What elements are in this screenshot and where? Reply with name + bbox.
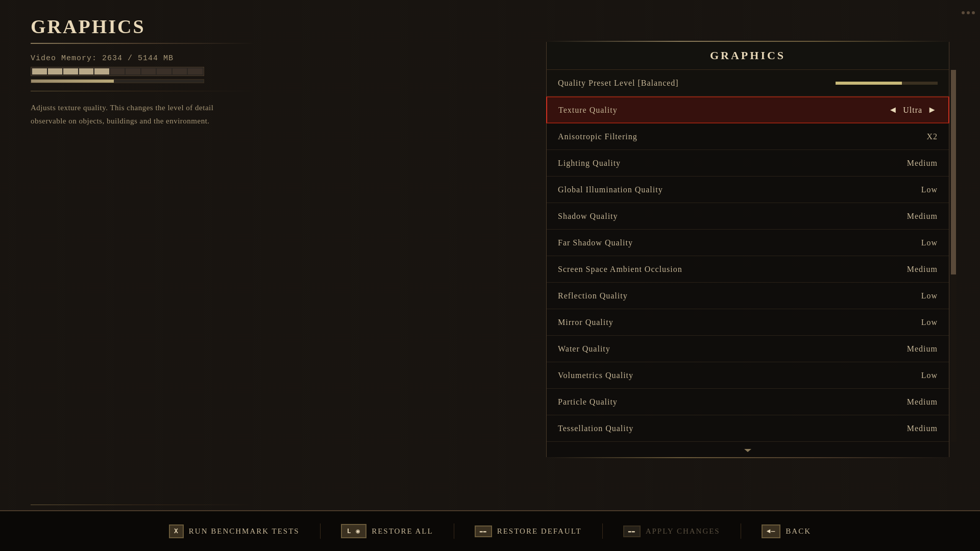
settings-list: Quality Preset Level [Balanced] Texture … <box>546 70 949 442</box>
scrollbar-thumb[interactable] <box>951 70 956 274</box>
title-divider <box>31 43 255 44</box>
memory-bar-track <box>31 79 204 83</box>
back-action[interactable]: ◄— Back <box>762 524 811 538</box>
setting-row-reflection[interactable]: Reflection Quality Low <box>547 283 949 309</box>
setting-name-ssao: Screen Space Ambient Occlusion <box>558 265 682 274</box>
separator-3 <box>602 523 603 539</box>
setting-row-far-shadow[interactable]: Far Shadow Quality Low <box>547 230 949 256</box>
restore-all-label: Restore All <box>372 527 433 536</box>
memory-segment-8 <box>141 68 156 74</box>
setting-row-ssao[interactable]: Screen Space Ambient Occlusion Medium <box>547 256 949 283</box>
setting-name-texture: Texture Quality <box>558 106 618 115</box>
separator-1 <box>320 523 321 539</box>
apply-changes-action[interactable]: ▬▬ Apply Changes <box>623 525 720 537</box>
setting-name-anisotropic: Anisotropic Filtering <box>558 132 638 141</box>
setting-name-particle: Particle Quality <box>558 397 618 407</box>
apply-changes-label: Apply Changes <box>646 527 720 536</box>
panel-title: Graphics <box>710 49 786 62</box>
restore-all-action[interactable]: L ◉ Restore All <box>341 524 433 538</box>
run-benchmark-action[interactable]: X Run Benchmark Tests <box>169 524 300 538</box>
key-back: ◄— <box>762 524 781 538</box>
right-panel: Graphics Quality Preset Level [Balanced]… <box>546 41 949 458</box>
memory-segment-1 <box>32 68 47 74</box>
restore-default-action[interactable]: ▬▬ Restore Default <box>475 525 582 537</box>
setting-name-far-shadow: Far Shadow Quality <box>558 238 633 247</box>
setting-row-preset[interactable]: Quality Preset Level [Balanced] <box>547 70 949 96</box>
back-label: Back <box>786 527 811 536</box>
setting-value-far-shadow: Low <box>921 238 938 247</box>
left-panel: Graphics Video Memory: 2634 / 5144 MB <box>31 15 296 128</box>
memory-segment-9 <box>157 68 172 74</box>
setting-name-lighting: Lighting Quality <box>558 159 621 168</box>
setting-value-reflection: Low <box>921 291 938 300</box>
setting-value-shadow: Medium <box>907 212 938 221</box>
setting-row-water[interactable]: Water Quality Medium <box>547 336 949 362</box>
memory-segment-11 <box>188 68 203 74</box>
setting-row-anisotropic[interactable]: Anisotropic Filtering X2 <box>547 123 949 150</box>
setting-name-preset: Quality Preset Level [Balanced] <box>558 79 679 88</box>
key-benchmark: X <box>169 524 184 538</box>
info-divider <box>31 91 255 91</box>
setting-name-water: Water Quality <box>558 344 610 354</box>
memory-bar-segments <box>31 67 204 76</box>
setting-row-shadow[interactable]: Shadow Quality Medium <box>547 203 949 230</box>
memory-bar-fill <box>31 80 114 83</box>
setting-row-tessellation[interactable]: Tessellation Quality Medium <box>547 415 949 442</box>
setting-value-tessellation: Medium <box>907 424 938 433</box>
memory-segment-4 <box>79 68 94 74</box>
panel-header: Graphics <box>546 42 949 70</box>
setting-value-water: Medium <box>907 344 938 354</box>
setting-row-texture-quality[interactable]: Texture Quality ◄ Ultra ► <box>546 96 949 123</box>
memory-segment-3 <box>63 68 78 74</box>
memory-segment-2 <box>48 68 63 74</box>
corner-dot <box>967 11 970 14</box>
setting-value-global-illumination: Low <box>921 185 938 194</box>
panel-bottom-line <box>546 457 949 458</box>
scroll-down-arrow <box>744 449 751 452</box>
description-text: Adjusts texture quality. This changes th… <box>31 102 235 128</box>
memory-segment-6 <box>110 68 125 74</box>
separator-4 <box>741 523 741 539</box>
setting-name-shadow: Shadow Quality <box>558 212 618 221</box>
setting-name-tessellation: Tessellation Quality <box>558 424 633 433</box>
setting-value-particle: Medium <box>907 397 938 407</box>
video-memory-label: Video Memory: 2634 / 5144 MB <box>31 54 296 63</box>
corner-decoration <box>934 5 975 20</box>
bottom-left-divider <box>31 505 255 505</box>
scrollbar[interactable] <box>951 70 956 442</box>
scroll-indicator <box>546 442 949 457</box>
setting-name-mirror: Mirror Quality <box>558 318 614 327</box>
setting-name-reflection: Reflection Quality <box>558 291 628 300</box>
setting-row-mirror[interactable]: Mirror Quality Low <box>547 309 949 336</box>
arrow-right-texture[interactable]: ► <box>927 105 937 115</box>
preset-bar <box>836 82 938 85</box>
key-apply: ▬▬ <box>623 525 641 537</box>
benchmark-label: Run Benchmark Tests <box>189 527 300 536</box>
key-restore-all: L ◉ <box>341 524 366 538</box>
memory-segment-10 <box>173 68 187 74</box>
arrow-left-texture[interactable]: ◄ <box>888 105 898 115</box>
setting-name-volumetrics: Volumetrics Quality <box>558 371 633 380</box>
restore-default-label: Restore Default <box>497 527 582 536</box>
page-title: Graphics <box>31 15 296 38</box>
page-container: Graphics Video Memory: 2634 / 5144 MB <box>0 0 980 551</box>
setting-value-ssao: Medium <box>907 265 938 274</box>
setting-value-texture: ◄ Ultra ► <box>888 105 937 115</box>
corner-dot <box>972 11 975 14</box>
setting-value-volumetrics: Low <box>921 371 938 380</box>
key-restore-default: ▬▬ <box>475 525 492 537</box>
memory-segment-5 <box>94 68 109 74</box>
setting-value-anisotropic: X2 <box>926 132 938 141</box>
setting-name-global-illumination: Global Illumination Quality <box>558 185 663 194</box>
video-memory-section: Video Memory: 2634 / 5144 MB <box>31 54 296 83</box>
setting-row-lighting[interactable]: Lighting Quality Medium <box>547 150 949 177</box>
corner-dot <box>962 11 965 14</box>
bottom-bar: X Run Benchmark Tests L ◉ Restore All ▬▬… <box>0 510 980 551</box>
memory-segment-7 <box>126 68 140 74</box>
setting-value-lighting: Medium <box>907 159 938 168</box>
preset-bar-fill <box>836 82 902 85</box>
setting-row-volumetrics[interactable]: Volumetrics Quality Low <box>547 362 949 389</box>
texture-quality-value: Ultra <box>903 106 922 115</box>
setting-row-global-illumination[interactable]: Global Illumination Quality Low <box>547 177 949 203</box>
setting-row-particle[interactable]: Particle Quality Medium <box>547 389 949 415</box>
